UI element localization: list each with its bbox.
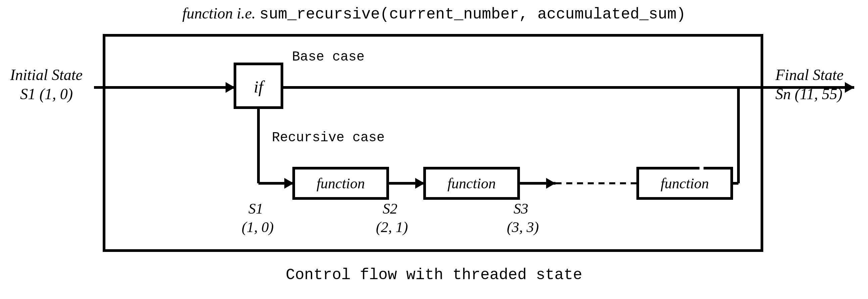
container-box xyxy=(104,35,762,250)
function-label-2: function xyxy=(447,175,496,192)
state-s2-tuple: (2, 1) xyxy=(376,219,408,236)
arrowhead-initial xyxy=(225,82,235,93)
function-label-1: function xyxy=(316,175,365,192)
title: function i.e. sum_recursive(current_numb… xyxy=(182,5,686,23)
final-state-label: Final State xyxy=(775,66,843,83)
patch-cover xyxy=(700,86,704,169)
state-s2-name: S2 xyxy=(383,200,397,217)
base-case-label: Base case xyxy=(292,50,365,64)
arrowhead-dash xyxy=(546,178,556,189)
title-prefix: function i.e. xyxy=(182,5,259,22)
arrowhead-final xyxy=(845,82,854,93)
state-s3-name: S3 xyxy=(514,200,528,217)
initial-state-label: Initial State xyxy=(10,66,83,83)
arrowhead-fn1 xyxy=(284,178,294,189)
arrowhead-fn2 xyxy=(415,178,425,189)
caption: Control flow with threaded state xyxy=(286,266,582,284)
if-label: if xyxy=(254,77,265,96)
initial-state-value: S1 (1, 0) xyxy=(20,85,73,103)
title-code: sum_recursive(current_number, accumulate… xyxy=(259,6,686,23)
recursive-case-label: Recursive case xyxy=(272,130,385,145)
state-s1-name: S1 xyxy=(248,200,263,217)
state-s3-tuple: (3, 3) xyxy=(507,219,539,236)
function-label-3: function xyxy=(660,175,709,192)
state-s1-tuple: (1, 0) xyxy=(242,219,274,236)
